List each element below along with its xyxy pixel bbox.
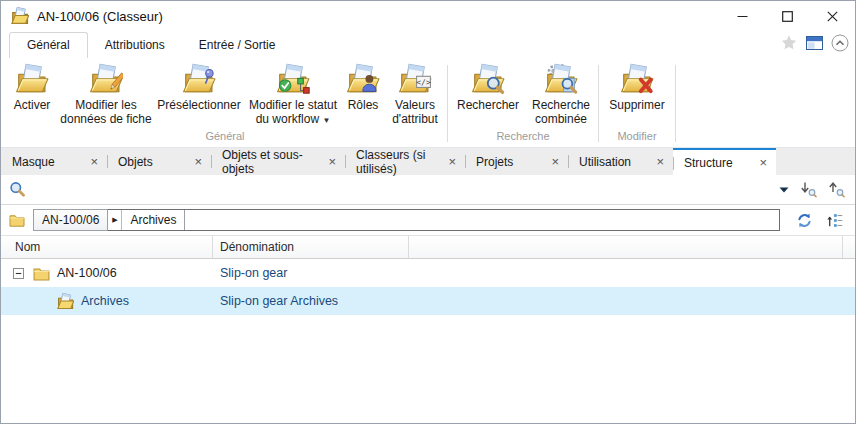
folder-app-icon xyxy=(11,7,29,25)
modifier-donnees-button[interactable]: Modifier les données de fiche xyxy=(59,62,153,126)
pin-panel-icon[interactable] xyxy=(806,36,823,50)
svg-text:</>: </> xyxy=(416,78,431,87)
tab-classeurs[interactable]: Classeurs (si utilisés)× xyxy=(345,148,465,175)
folder-delete-icon xyxy=(620,63,654,97)
filter-bar xyxy=(1,175,855,205)
roles-button[interactable]: Rôles xyxy=(341,62,385,113)
folder-activate-icon xyxy=(15,63,49,97)
folder-open-icon xyxy=(57,293,74,310)
group-separator xyxy=(598,65,599,142)
tab-objets-sous-objets[interactable]: Objets et sous-objets× xyxy=(211,148,345,175)
window-title: AN-100/06 (Classeur) xyxy=(37,9,720,24)
group-separator xyxy=(447,65,448,142)
folder-pin-icon xyxy=(182,63,216,97)
collapse-expander-icon[interactable] xyxy=(13,268,24,279)
tab-masque[interactable]: Masque× xyxy=(1,148,107,175)
modifier-statut-workflow-button[interactable]: Modifier le statut du workflow ▼ xyxy=(245,62,341,127)
maximize-icon xyxy=(782,11,793,22)
column-header-empty xyxy=(409,236,843,258)
tab-close-icon[interactable]: × xyxy=(551,155,559,168)
close-button[interactable] xyxy=(810,1,855,31)
table-header: Nom Dénomination xyxy=(1,236,855,259)
combined-search-icon xyxy=(544,63,578,97)
content-empty-area xyxy=(1,315,855,423)
search-next-icon[interactable] xyxy=(800,181,817,198)
show-in-structure-icon[interactable] xyxy=(826,212,843,229)
ribbon-tab-bar: Général Attributions Entrée / Sortie xyxy=(1,31,855,58)
group-label-recherche: Recherche xyxy=(450,130,596,147)
rechercher-button[interactable]: Rechercher xyxy=(450,62,526,113)
breadcrumb: AN-100/06 ▶ Archives xyxy=(33,209,780,231)
supprimer-button[interactable]: Supprimer xyxy=(601,62,673,113)
breadcrumb-bar: AN-100/06 ▶ Archives xyxy=(1,205,855,236)
tab-projets[interactable]: Projets× xyxy=(465,148,568,175)
tab-close-icon[interactable]: × xyxy=(759,156,767,169)
tab-close-icon[interactable]: × xyxy=(656,155,664,168)
row-name: Archives xyxy=(81,294,129,308)
column-header-tail xyxy=(843,236,855,258)
column-header-nom[interactable]: Nom xyxy=(1,236,213,258)
folder-closed-icon xyxy=(33,265,50,282)
valeurs-attribut-button[interactable]: </> Valeurs d'attribut xyxy=(385,62,445,126)
tab-objets[interactable]: Objets× xyxy=(107,148,211,175)
minimize-button[interactable] xyxy=(720,1,765,31)
app-window: AN-100/06 (Classeur) Général Attribution… xyxy=(0,0,856,424)
breadcrumb-arrow-icon[interactable]: ▶ xyxy=(108,210,122,230)
activer-button[interactable]: Activer xyxy=(5,62,59,113)
search-icon xyxy=(9,181,26,198)
view-tab-bar: Masque× Objets× Objets et sous-objets× C… xyxy=(1,148,855,175)
ribbon-group-modifier: Supprimer Modifier xyxy=(601,58,673,147)
folder-search-icon xyxy=(471,63,505,97)
dropdown-caret-icon: ▼ xyxy=(322,116,330,125)
table-row[interactable]: AN-100/06 Slip-on gear xyxy=(1,259,855,287)
folder-workflow-status-icon xyxy=(276,63,310,97)
tab-close-icon[interactable]: × xyxy=(90,155,98,168)
close-icon xyxy=(827,11,838,22)
preselectionner-button[interactable]: Présélectionner xyxy=(153,62,245,113)
tab-structure[interactable]: Structure× xyxy=(673,148,776,175)
row-name: AN-100/06 xyxy=(57,266,117,280)
tab-utilisation[interactable]: Utilisation× xyxy=(568,148,673,175)
column-header-denomination[interactable]: Dénomination xyxy=(213,236,409,258)
folder-roles-icon xyxy=(346,63,380,97)
ribbon-tab-entree-sortie[interactable]: Entrée / Sortie xyxy=(182,33,293,58)
ribbon-group-recherche: Rechercher Recherche combinée Recherc xyxy=(450,58,596,147)
row-denomination: Slip-on gear xyxy=(213,266,855,280)
tab-close-icon[interactable]: × xyxy=(194,155,202,168)
filter-dropdown-icon[interactable] xyxy=(779,187,789,193)
favorite-star-icon[interactable] xyxy=(780,34,798,52)
tab-close-icon[interactable]: × xyxy=(328,155,336,168)
title-bar: AN-100/06 (Classeur) xyxy=(1,1,855,31)
filter-input[interactable] xyxy=(32,179,773,201)
refresh-icon[interactable] xyxy=(796,212,813,229)
group-label-general: Général xyxy=(5,130,445,147)
ribbon-tab-attributions[interactable]: Attributions xyxy=(88,33,182,58)
ribbon-tab-general[interactable]: Général xyxy=(9,32,88,58)
folder-attribute-values-icon: </> xyxy=(398,63,432,97)
table-row-selected[interactable]: Archives Slip-on gear Archives xyxy=(1,287,855,315)
search-previous-icon[interactable] xyxy=(828,181,845,198)
breadcrumb-segment-root[interactable]: AN-100/06 xyxy=(33,209,108,231)
tab-close-icon[interactable]: × xyxy=(448,155,456,168)
row-denomination: Slip-on gear Archives xyxy=(213,294,855,308)
folder-edit-icon xyxy=(89,63,123,97)
folder-icon xyxy=(9,212,25,228)
ribbon-group-general: Activer Modifier les données de fiche xyxy=(5,58,445,147)
recherche-combinee-button[interactable]: Recherche combinée xyxy=(526,62,596,126)
maximize-button[interactable] xyxy=(765,1,810,31)
group-label-modifier: Modifier xyxy=(601,130,673,147)
breadcrumb-segment-current[interactable]: Archives xyxy=(122,210,185,230)
ribbon: Activer Modifier les données de fiche xyxy=(1,58,855,148)
group-separator xyxy=(675,65,676,142)
collapse-ribbon-icon[interactable] xyxy=(831,34,849,52)
minimize-icon xyxy=(737,11,748,22)
